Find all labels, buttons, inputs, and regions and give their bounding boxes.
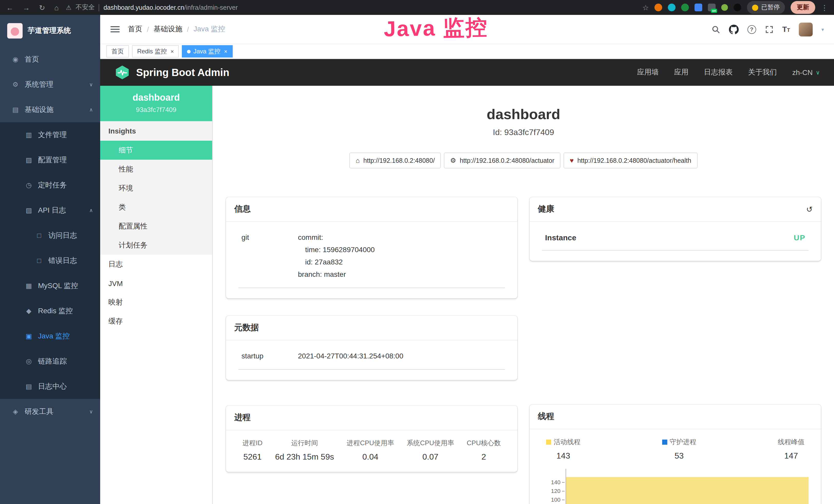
- tag-home[interactable]: 首页: [106, 45, 129, 58]
- extension-icon-proxy[interactable]: on: [708, 4, 716, 11]
- health-url-link[interactable]: ♥http://192.168.0.2:48080/actuator/healt…: [564, 153, 697, 168]
- sidebar-item-scheduled-tasks[interactable]: ◷ 定时任务: [0, 173, 100, 198]
- stat-value: 6d 23h 15m 59s: [275, 452, 334, 462]
- card-title: 健康: [538, 204, 554, 215]
- sba-nav: 应用墙 应用 日志报表 关于我们 zh-CN∨: [637, 68, 820, 77]
- fullscreen-icon[interactable]: [765, 25, 773, 33]
- help-icon[interactable]: ?: [747, 25, 756, 33]
- sba-nav-about[interactable]: 关于我们: [748, 68, 777, 77]
- sba-menu-scheduled-tasks[interactable]: 计划任务: [100, 236, 212, 255]
- sidebar-item-mysql-monitor[interactable]: ▦ MySQL 监控: [0, 273, 100, 298]
- breadcrumb-section[interactable]: 基础设施: [154, 25, 182, 34]
- security-label[interactable]: 不安全: [75, 3, 95, 12]
- sba-menu-environment[interactable]: 环境: [100, 179, 212, 198]
- sba-menu-classes[interactable]: 类: [100, 198, 212, 217]
- extension-icon-black[interactable]: [733, 4, 741, 11]
- breadcrumb-home[interactable]: 首页: [128, 25, 142, 34]
- git-time-line: time: 1596289704000: [298, 244, 502, 256]
- sidebar-item-config-management[interactable]: ▨ 配置管理: [0, 147, 100, 173]
- sidebar-item-log-center[interactable]: ▤ 日志中心: [0, 374, 100, 399]
- sidebar-item-home[interactable]: ◉ 首页: [0, 47, 100, 72]
- warning-icon: ⚠: [66, 4, 71, 11]
- hamburger-icon[interactable]: [110, 26, 120, 32]
- log-center-icon: ▤: [25, 383, 33, 390]
- search-icon[interactable]: [711, 25, 720, 33]
- process-card-header: 进程: [226, 406, 517, 430]
- link-url: http://192.168.0.2:48080/actuator/health: [577, 157, 691, 164]
- sba-instance-header[interactable]: dashboard 93a3fc7f7409: [100, 86, 212, 121]
- sba-nav-wall[interactable]: 应用墙: [637, 68, 659, 77]
- kebab-menu-icon[interactable]: ⋮: [821, 4, 828, 11]
- sba-nav-journal[interactable]: 日志报表: [704, 68, 733, 77]
- active-threads-swatch: [546, 439, 551, 445]
- sidebar-item-redis-monitor[interactable]: ◆ Redis 监控: [0, 298, 100, 323]
- sba-brand[interactable]: Spring Boot Admin: [114, 65, 229, 80]
- tag-redis-monitor[interactable]: Redis 监控×: [132, 45, 179, 58]
- actuator-url-link[interactable]: ⚙http://192.168.0.2:48080/actuator: [444, 153, 561, 168]
- update-button[interactable]: 更新: [791, 1, 815, 14]
- active-dot: [187, 49, 191, 53]
- sidebar-item-access-logs[interactable]: □ 访问日志: [0, 223, 100, 248]
- info-key: git: [241, 231, 298, 280]
- instance-links: ⌂http://192.168.0.2:48080/ ⚙http://192.1…: [213, 153, 834, 168]
- browser-back-icon[interactable]: ←: [6, 4, 13, 11]
- browser-home-icon[interactable]: ⌂: [54, 4, 59, 11]
- log-icon: ▧: [25, 206, 33, 214]
- sidebar-item-error-logs[interactable]: □ 错误日志: [0, 248, 100, 273]
- extension-icon-teal[interactable]: [668, 4, 676, 11]
- history-icon[interactable]: ↺: [806, 205, 813, 214]
- github-icon[interactable]: [729, 24, 739, 34]
- redis-icon: ◆: [25, 307, 33, 315]
- sidebar-item-api-logs[interactable]: ▧ API 日志 ∧: [0, 198, 100, 223]
- sba-menu-performance[interactable]: 性能: [100, 160, 212, 179]
- link-url: http://192.168.0.2:48080/: [364, 157, 435, 164]
- sba-body: dashboard 93a3fc7f7409 Insights 细节 性能 环境…: [100, 86, 834, 504]
- y-tick: 120: [551, 488, 565, 494]
- sba-menu-config-props[interactable]: 配置属性: [100, 217, 212, 236]
- health-status-badge: UP: [794, 233, 806, 242]
- instance-id-line: Id: 93a3fc7f7409: [213, 128, 834, 137]
- browser-forward-icon[interactable]: →: [23, 4, 30, 11]
- sba-menu-jvm[interactable]: JVM: [100, 274, 212, 293]
- paused-badge[interactable]: 已暂停: [747, 1, 785, 14]
- breadcrumb: 首页 / 基础设施 / Java 监控: [128, 25, 225, 34]
- extension-icon-small-green[interactable]: [721, 4, 728, 11]
- sba-menu-mappings[interactable]: 映射: [100, 293, 212, 312]
- health-heart-icon: ♥: [570, 157, 574, 164]
- sidebar-item-label: 文件管理: [38, 130, 93, 139]
- y-tick: 140: [551, 479, 565, 485]
- app-sidebar: 芋道管理系统 ◉ 首页 ⚙ 系统管理 ∨ ▤ 基础设施 ∧ ▥ 文件管理: [0, 15, 100, 504]
- sba-menu-details[interactable]: 细节: [100, 141, 212, 160]
- stat-label: 守护进程: [670, 437, 696, 447]
- browser-reload-icon[interactable]: ↻: [39, 4, 45, 11]
- sidebar-item-file-management[interactable]: ▥ 文件管理: [0, 122, 100, 147]
- user-avatar[interactable]: [799, 22, 813, 36]
- sidebar-item-dev-tools[interactable]: ◈ 研发工具 ∨: [0, 399, 100, 424]
- sba-menu-caches[interactable]: 缓存: [100, 312, 212, 331]
- chart-plot-area: [566, 469, 809, 504]
- breadcrumb-separator: /: [187, 25, 189, 33]
- threads-chart: 140 120 100: [542, 469, 809, 504]
- sidebar-item-trace[interactable]: ◎ 链路追踪: [0, 349, 100, 374]
- health-instance-row: Instance UP: [542, 230, 809, 251]
- sidebar-item-java-monitor[interactable]: ▣ Java 监控: [0, 323, 100, 349]
- close-icon[interactable]: ×: [224, 48, 227, 54]
- extension-icon-orange[interactable]: [655, 4, 662, 11]
- threads-card-header: 线程: [530, 405, 821, 429]
- address-bar[interactable]: ⚠ 不安全 dashboard.yudao.iocoder.cn/infra/a…: [66, 3, 635, 12]
- extension-icon-green[interactable]: [681, 4, 689, 11]
- sba-nav-applications[interactable]: 应用: [674, 68, 688, 77]
- caret-down-icon[interactable]: ▾: [821, 26, 824, 32]
- font-size-icon[interactable]: TT: [782, 25, 790, 34]
- bookmark-star-icon[interactable]: ☆: [642, 4, 649, 11]
- card-title: 信息: [234, 204, 251, 215]
- tag-java-monitor[interactable]: Java 监控×: [182, 45, 233, 58]
- sba-menu-logs[interactable]: 日志: [100, 255, 212, 274]
- app-logo[interactable]: 芋道管理系统: [0, 15, 100, 47]
- sba-locale-select[interactable]: zh-CN∨: [792, 68, 820, 76]
- close-icon[interactable]: ×: [171, 48, 174, 54]
- sidebar-item-system-management[interactable]: ⚙ 系统管理 ∨: [0, 72, 100, 97]
- extension-icon-blue-grid[interactable]: [695, 4, 702, 11]
- sidebar-item-infrastructure[interactable]: ▤ 基础设施 ∧: [0, 97, 100, 122]
- instance-url-link[interactable]: ⌂http://192.168.0.2:48080/: [350, 153, 441, 168]
